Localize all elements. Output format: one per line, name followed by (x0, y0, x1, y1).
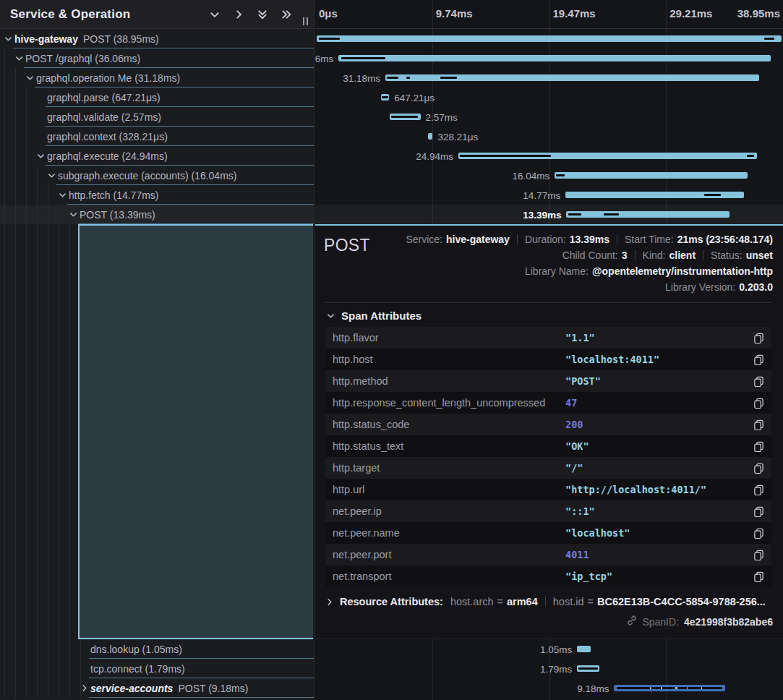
meta-label: Start Time: (625, 234, 674, 245)
timeline-row[interactable]: 328.21μs (315, 127, 783, 146)
span-duration-label: 1.05ms (540, 644, 572, 654)
span-duration-bar[interactable] (458, 153, 757, 159)
resource-attributes-label: Resource Attributes: (340, 596, 443, 607)
span-row[interactable]: POST /graphql (36.06ms) (0, 48, 314, 68)
span-duration-bar[interactable] (555, 172, 748, 179)
span-tree-rows-bottom: dns.lookup (1.05ms)tcp.connect (1.79ms)s… (0, 639, 314, 698)
copy-icon[interactable] (753, 419, 764, 430)
timeline-row[interactable]: 2.57ms (315, 107, 783, 127)
span-row[interactable]: graphql.operation Me (31.18ms) (0, 68, 314, 88)
chevron-right-icon[interactable] (80, 684, 90, 692)
span-duration-bar[interactable] (428, 133, 432, 140)
copy-icon[interactable] (753, 376, 764, 387)
copy-icon[interactable] (753, 441, 764, 452)
expand-all-icon[interactable] (281, 9, 291, 20)
timeline-row[interactable]: 1.05ms (315, 639, 783, 659)
collapse-all-icon[interactable] (257, 9, 268, 20)
span-duration-label: 9.18ms (577, 683, 609, 693)
copy-icon[interactable] (753, 354, 764, 365)
copy-icon[interactable] (753, 333, 764, 343)
panel-resize-grip[interactable] (303, 17, 308, 25)
span-duration-bar[interactable] (565, 192, 744, 198)
span-duration-label: 647.21μs (394, 92, 435, 103)
attribute-value: "localhost:4011" (565, 354, 753, 365)
copy-icon[interactable] (753, 463, 764, 474)
chevron-down-icon[interactable] (48, 171, 58, 179)
chevron-down-icon[interactable] (59, 191, 69, 199)
attribute-key: http.status_code (333, 419, 565, 430)
meta-value: 13.39ms (570, 234, 609, 245)
copy-icon[interactable] (753, 398, 764, 409)
attribute-row: net.peer.ip"::1" (325, 500, 771, 522)
attribute-row: http.status_code200 (325, 414, 771, 435)
span-row[interactable]: POST (13.39ms) (0, 205, 314, 224)
span-duration-bar[interactable] (317, 35, 782, 42)
attribute-row: http.host"localhost:4011" (325, 349, 771, 370)
timeline-row[interactable]: 36.06ms (315, 48, 783, 68)
chevron-down-icon[interactable] (37, 152, 47, 160)
timeline-row[interactable]: 1.79ms (315, 659, 783, 678)
span-row[interactable]: http.fetch (14.77ms) (0, 185, 314, 205)
span-row[interactable]: graphql.context (328.21μs) (0, 127, 314, 146)
meta-value: @opentelemetry/instrumentation-http (592, 265, 773, 277)
timeline-ruler: 0μs9.74ms19.47ms29.21ms38.95ms (315, 0, 783, 29)
chevron-down-icon[interactable] (69, 210, 80, 218)
span-duration-bar[interactable] (614, 685, 725, 691)
attribute-value: "POST" (565, 375, 753, 387)
copy-icon[interactable] (753, 485, 764, 495)
timeline-row[interactable] (315, 29, 783, 48)
span-duration-bar[interactable] (338, 55, 771, 61)
attribute-key: net.peer.ip (333, 505, 565, 517)
span-attributes-title: Span Attributes (341, 310, 422, 322)
timeline-rows-top: 36.06ms31.18ms647.21μs2.57ms328.21μs24.9… (315, 29, 783, 224)
operation-name: graphql.validate (2.57ms) (47, 111, 161, 123)
expand-one-level-icon[interactable] (234, 9, 244, 20)
attribute-row: net.transport"ip_tcp" (325, 565, 771, 587)
timeline-row[interactable]: 647.21μs (315, 88, 783, 107)
operation-name: graphql.context (328.21μs) (47, 131, 168, 142)
span-row[interactable]: subgraph.execute (accounts) (16.04ms) (0, 166, 314, 185)
span-row[interactable]: graphql.execute (24.94ms) (0, 146, 314, 166)
span-attributes-accordion[interactable]: Span Attributes (324, 303, 773, 327)
timeline-row[interactable]: 9.18ms (315, 678, 783, 698)
resource-attributes-accordion[interactable]: Resource Attributes:host.arch=arm64host.… (325, 596, 771, 607)
span-row[interactable]: hive-gatewayPOST (38.95ms) (0, 29, 314, 48)
copy-icon[interactable] (753, 506, 764, 517)
span-duration-bar[interactable] (390, 114, 421, 120)
span-row[interactable]: graphql.parse (647.21μs) (0, 88, 314, 107)
copy-icon[interactable] (753, 528, 764, 539)
attribute-value: "localhost" (565, 527, 753, 539)
timeline-row[interactable]: 31.18ms (315, 68, 783, 88)
operation-name: graphql.operation Me (31.18ms) (36, 72, 180, 84)
span-row[interactable]: graphql.validate (2.57ms) (0, 107, 314, 127)
span-duration-bar[interactable] (566, 211, 729, 218)
copy-icon[interactable] (753, 550, 764, 560)
timeline-row[interactable]: 13.39ms (315, 205, 783, 224)
span-detail-meta: Service:hive-gatewayDuration:13.39msStar… (406, 231, 773, 295)
chevron-down-icon[interactable] (26, 74, 36, 82)
service-name: hive-gateway (14, 33, 78, 45)
timeline-row[interactable]: 16.04ms (315, 166, 783, 185)
attribute-key: http.status_text (333, 440, 565, 452)
attribute-row: http.target"/" (325, 457, 771, 479)
operation-name: POST (9.18ms) (178, 683, 248, 694)
copy-icon[interactable] (753, 571, 764, 582)
attribute-key: net.transport (333, 571, 565, 582)
span-duration-bar[interactable] (577, 665, 599, 672)
chevron-down-icon[interactable] (15, 54, 25, 62)
span-row[interactable]: dns.lookup (1.05ms) (0, 639, 314, 659)
timeline-row[interactable]: 14.77ms (315, 185, 783, 205)
chevron-down-icon (327, 312, 335, 320)
tree-header-actions (210, 9, 291, 20)
span-duration-label: 24.94ms (416, 150, 453, 161)
span-row[interactable]: service-accountsPOST (9.18ms) (0, 678, 314, 698)
chevron-down-icon[interactable] (4, 35, 14, 43)
link-icon[interactable] (627, 615, 637, 628)
span-id-row: SpanID: 4e21998f3b82abe6 (324, 615, 773, 628)
collapse-one-level-icon[interactable] (210, 9, 220, 20)
span-duration-bar[interactable] (381, 94, 390, 101)
span-row[interactable]: tcp.connect (1.79ms) (0, 659, 314, 678)
span-duration-bar[interactable] (385, 74, 759, 81)
timeline-row[interactable]: 24.94ms (315, 146, 783, 166)
span-duration-bar[interactable] (577, 646, 591, 652)
